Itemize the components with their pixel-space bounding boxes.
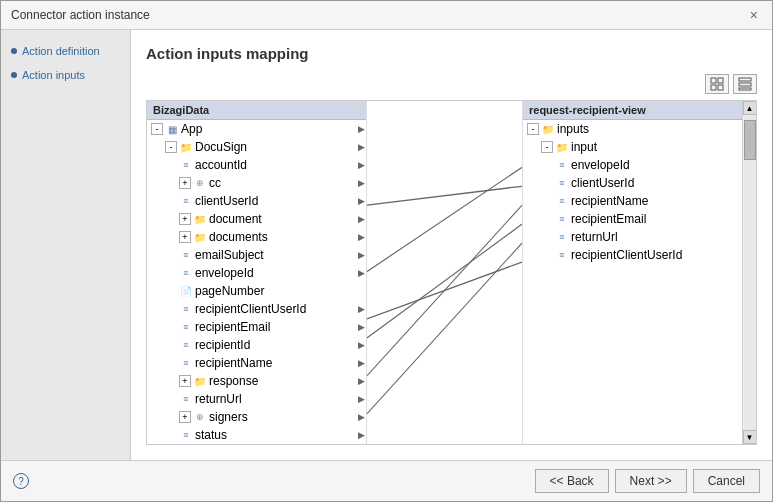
expand-icon[interactable]: + <box>179 411 191 423</box>
tree-label: cc <box>209 176 221 190</box>
svg-line-10 <box>367 224 522 338</box>
svg-line-8 <box>367 186 522 205</box>
tree-label: documents <box>209 230 268 244</box>
sidebar-item-action-definition[interactable]: Action definition <box>11 45 120 57</box>
tree-label: returnUrl <box>571 230 618 244</box>
list-icon <box>738 77 752 91</box>
tree-row: ≡ returnUrl <box>523 228 742 246</box>
tree-label: accountId <box>195 158 247 172</box>
folder-icon: 📁 <box>555 140 569 154</box>
footer-buttons: << Back Next >> Cancel <box>535 469 760 493</box>
grid-view-button[interactable] <box>705 74 729 94</box>
tree-row: + 📁 response ▶ <box>147 372 366 390</box>
sidebar-item-label: Action inputs <box>22 69 85 81</box>
left-panel: BizagiData - ▦ App <box>147 101 367 444</box>
folder-icon: 📁 <box>193 230 207 244</box>
svg-rect-6 <box>739 88 751 90</box>
arrow-right-icon: ▶ <box>356 160 366 170</box>
tree-row: ≡ recipientId ▶ <box>147 336 366 354</box>
expand-icon[interactable]: - <box>151 123 163 135</box>
cancel-button[interactable]: Cancel <box>693 469 760 493</box>
svg-rect-1 <box>718 78 723 83</box>
arrow-right-icon: ▶ <box>356 340 366 350</box>
expand-icon[interactable]: + <box>179 231 191 243</box>
arrow-right-icon: ▶ <box>356 196 366 206</box>
arrow-right-icon: ▶ <box>356 430 366 440</box>
right-panel-header: request-recipient-view <box>523 101 742 120</box>
field-icon: ≡ <box>179 338 193 352</box>
tree-label: envelopeId <box>571 158 630 172</box>
main-area: Action inputs mapping <box>131 30 772 460</box>
mapping-area: BizagiData - ▦ App <box>146 100 757 445</box>
vertical-scrollbar: ▲ ▼ <box>742 101 756 444</box>
tree-label: recipientEmail <box>571 212 646 226</box>
expand-icon[interactable]: + <box>179 177 191 189</box>
scroll-up-button[interactable]: ▲ <box>743 101 757 115</box>
field-icon: ≡ <box>179 194 193 208</box>
field-icon: ≡ <box>179 428 193 442</box>
next-button[interactable]: Next >> <box>615 469 687 493</box>
field-icon: ≡ <box>179 302 193 316</box>
left-panel-header: BizagiData <box>147 101 366 120</box>
field-icon: ≡ <box>179 356 193 370</box>
tree-label: App <box>181 122 202 136</box>
back-button[interactable]: << Back <box>535 469 609 493</box>
field-icon: ≡ <box>555 248 569 262</box>
dialog-title: Connector action instance <box>11 8 150 22</box>
arrow-right-icon: ▶ <box>356 322 366 332</box>
close-button[interactable]: × <box>746 7 762 23</box>
tree-row: + ⊕ signers ▶ <box>147 408 366 426</box>
scroll-thumb[interactable] <box>744 120 756 160</box>
arrow-right-icon: ▶ <box>356 358 366 368</box>
tree-row: ≡ clientUserId ▶ <box>147 192 366 210</box>
mapping-lines <box>367 101 522 444</box>
tree-label: input <box>571 140 597 154</box>
arrow-right-icon: ▶ <box>356 304 366 314</box>
svg-line-9 <box>367 205 522 376</box>
tree-row: ≡ recipientClientUserId <box>523 246 742 264</box>
arrow-right-icon: ▶ <box>356 124 366 134</box>
field-icon: ≡ <box>179 320 193 334</box>
tree-label: recipientClientUserId <box>195 302 306 316</box>
help-button[interactable]: ? <box>13 473 29 489</box>
expand-icon[interactable]: + <box>179 213 191 225</box>
expand-icon[interactable]: - <box>165 141 177 153</box>
list-view-button[interactable] <box>733 74 757 94</box>
mapping-scroll[interactable]: BizagiData - ▦ App <box>147 101 742 444</box>
tree-label: recipientId <box>195 338 250 352</box>
tree-label: emailSubject <box>195 248 264 262</box>
expand-icon[interactable]: - <box>541 141 553 153</box>
sidebar-item-action-inputs[interactable]: Action inputs <box>11 69 120 81</box>
field-icon: ≡ <box>555 194 569 208</box>
tree-row: 📄 pageNumber <box>147 282 366 300</box>
toolbar <box>146 74 757 94</box>
folder-icon: 📁 <box>193 374 207 388</box>
tree-label: signers <box>209 410 248 424</box>
table-icon: ▦ <box>165 122 179 136</box>
tree-label: inputs <box>557 122 589 136</box>
bullet-icon <box>11 48 17 54</box>
field-icon: ≡ <box>555 176 569 190</box>
svg-line-7 <box>367 167 522 271</box>
tree-row: ≡ recipientClientUserId ▶ <box>147 300 366 318</box>
scroll-track <box>744 115 756 430</box>
help-icon: ? <box>13 473 29 489</box>
arrow-right-icon: ▶ <box>356 232 366 242</box>
tree-row: ≡ envelopeId ▶ <box>147 264 366 282</box>
content-area: Action definition Action inputs Action i… <box>1 30 772 460</box>
tree-label: clientUserId <box>195 194 258 208</box>
tree-row: ≡ emailSubject ▶ <box>147 246 366 264</box>
tree-label: envelopeId <box>195 266 254 280</box>
footer: ? << Back Next >> Cancel <box>1 460 772 501</box>
expand-icon[interactable]: + <box>179 375 191 387</box>
arrow-right-icon: ▶ <box>356 268 366 278</box>
dialog: Connector action instance × Action defin… <box>0 0 773 502</box>
field-icon: ≡ <box>179 248 193 262</box>
scroll-down-button[interactable]: ▼ <box>743 430 757 444</box>
folder-icon: 📁 <box>179 140 193 154</box>
sidebar-item-label: Action definition <box>22 45 100 57</box>
tree-row: + 📁 documents ▶ <box>147 228 366 246</box>
expand-icon[interactable]: - <box>527 123 539 135</box>
tree-row: ≡ envelopeId <box>523 156 742 174</box>
tree-label: recipientName <box>195 356 272 370</box>
